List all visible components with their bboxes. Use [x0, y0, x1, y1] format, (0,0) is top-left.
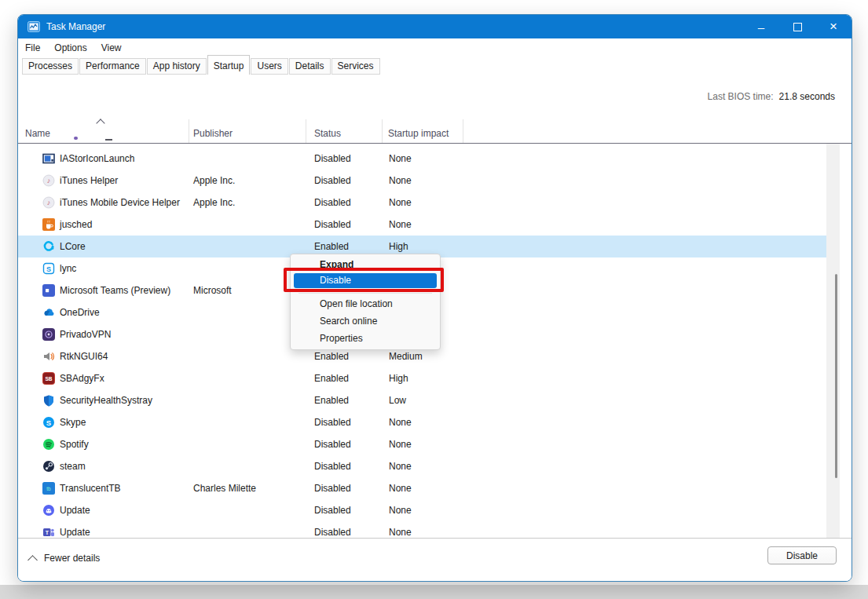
context-menu-item-search-online[interactable]: Search online	[294, 313, 437, 329]
row-impact: None	[389, 527, 412, 538]
table-row[interactable]: SpotifyDisabledNone	[18, 433, 830, 455]
annotation-highlight-box	[284, 268, 444, 292]
row-status: Disabled	[314, 219, 351, 230]
table-row[interactable]: UpdateDisabledNone	[18, 499, 830, 521]
table-row[interactable]: ♪iTunes HelperApple Inc.DisabledNone	[18, 170, 830, 192]
menu-bar: FileOptionsView	[18, 38, 852, 57]
maximize-button[interactable]	[779, 15, 815, 38]
tab-services[interactable]: Services	[331, 58, 380, 75]
row-name: iTunes Mobile Device Helper	[60, 197, 180, 208]
row-status: Disabled	[314, 527, 351, 538]
column-header-startup-impact[interactable]: Startup impact	[388, 128, 449, 139]
svg-text:S: S	[46, 418, 51, 427]
itunes-icon: ♪	[42, 174, 55, 187]
footer-bar: Fewer details Disable	[18, 538, 852, 581]
row-name: SBAdgyFx	[60, 373, 104, 384]
column-header-publisher[interactable]: Publisher	[193, 128, 233, 139]
context-menu-item-open-file-location[interactable]: Open file location	[294, 296, 437, 312]
row-name: lync	[60, 263, 76, 274]
table-row[interactable]: IAStorIconLaunchDisabledNone	[18, 148, 830, 170]
row-status: Enabled	[314, 351, 349, 362]
svg-text:SB: SB	[45, 376, 52, 382]
menu-view[interactable]: View	[94, 42, 129, 53]
desktop-background	[0, 585, 868, 599]
table-row[interactable]: juschedDisabledNone	[18, 214, 830, 236]
svg-text:tb: tb	[46, 486, 51, 491]
privado-icon	[42, 328, 55, 341]
window-controls: – ×	[743, 15, 852, 38]
table-row[interactable]: SecurityHealthSystrayEnabledLow	[18, 389, 830, 411]
row-impact: None	[389, 175, 412, 186]
tab-startup[interactable]: Startup	[207, 55, 251, 75]
column-divider[interactable]	[189, 119, 189, 143]
menu-options[interactable]: Options	[47, 42, 93, 53]
table-row[interactable]: TUpdateDisabledNone	[18, 521, 830, 539]
svg-text:♪: ♪	[47, 177, 51, 184]
column-divider[interactable]	[306, 119, 306, 143]
column-divider[interactable]	[463, 119, 463, 143]
svg-text:S: S	[46, 265, 51, 273]
row-name: Skype	[60, 417, 86, 428]
last-bios-value: 21.8 seconds	[779, 91, 835, 102]
minimize-button[interactable]: –	[743, 15, 779, 38]
row-impact: None	[389, 505, 412, 516]
fewer-details-label: Fewer details	[44, 553, 100, 564]
itunes-icon: ♪	[42, 196, 55, 209]
spotify-icon	[42, 438, 55, 451]
task-manager-icon	[27, 20, 40, 33]
clipped-row-fragment	[74, 137, 78, 140]
table-row[interactable]: ♪iTunes Mobile Device HelperApple Inc.Di…	[18, 192, 830, 214]
table-row[interactable]: tbTranslucentTBCharles MiletteDisabledNo…	[18, 477, 830, 499]
row-name: Microsoft Teams (Preview)	[60, 285, 170, 296]
titlebar[interactable]: Task Manager – ×	[18, 15, 852, 38]
chevron-up-icon	[27, 555, 38, 565]
row-status: Disabled	[314, 197, 351, 208]
skype-icon: S	[42, 416, 55, 429]
tab-performance[interactable]: Performance	[79, 58, 146, 75]
column-divider[interactable]	[382, 119, 383, 143]
shield-icon	[42, 394, 55, 407]
menu-file[interactable]: File	[25, 42, 47, 53]
scrollbar-track[interactable]	[826, 144, 840, 539]
row-name: Spotify	[60, 439, 89, 450]
row-impact: None	[389, 483, 412, 494]
row-name: jusched	[60, 219, 92, 230]
tab-app-history[interactable]: App history	[147, 58, 207, 75]
row-name: OneDrive	[60, 307, 100, 318]
row-name: iTunes Helper	[60, 175, 118, 186]
last-bios-time: Last BIOS time:21.8 seconds	[708, 91, 835, 102]
disable-button[interactable]: Disable	[767, 546, 837, 564]
tab-bar: ProcessesPerformanceApp historyStartupUs…	[22, 56, 852, 75]
tab-processes[interactable]: Processes	[22, 58, 79, 75]
scrollbar-thumb[interactable]	[835, 274, 837, 478]
maximize-icon	[793, 23, 802, 31]
context-menu-separator	[298, 293, 432, 294]
row-impact: None	[389, 461, 412, 472]
window-title: Task Manager	[46, 21, 105, 32]
tab-details[interactable]: Details	[289, 58, 331, 75]
column-header-status[interactable]: Status	[314, 128, 341, 139]
java-icon	[42, 218, 55, 231]
column-header-name[interactable]: Name	[25, 128, 50, 139]
row-status: Enabled	[314, 395, 349, 406]
table-row[interactable]: SSkypeDisabledNone	[18, 411, 830, 433]
context-menu-item-properties[interactable]: Properties	[294, 331, 437, 346]
realtek-icon	[42, 350, 55, 363]
table-row[interactable]: steamDisabledNone	[18, 455, 830, 477]
fewer-details-toggle[interactable]: Fewer details	[29, 550, 100, 567]
close-button[interactable]: ×	[815, 15, 852, 38]
lync-icon: S	[42, 262, 55, 275]
table-row[interactable]: SBSBAdgyFxEnabledHigh	[18, 367, 830, 389]
tab-users[interactable]: Users	[251, 58, 288, 75]
row-impact: None	[389, 439, 412, 450]
row-publisher: Apple Inc.	[193, 175, 235, 186]
column-header-row: Name Publisher Status Startup impact	[18, 118, 852, 144]
row-name: steam	[60, 461, 86, 472]
teams-icon	[42, 284, 55, 297]
row-publisher: Apple Inc.	[193, 197, 235, 208]
sb-icon: SB	[42, 372, 55, 385]
row-status: Enabled	[314, 241, 349, 252]
row-name: SecurityHealthSystray	[60, 395, 152, 406]
row-impact: High	[389, 241, 408, 252]
row-impact: Low	[389, 395, 406, 406]
